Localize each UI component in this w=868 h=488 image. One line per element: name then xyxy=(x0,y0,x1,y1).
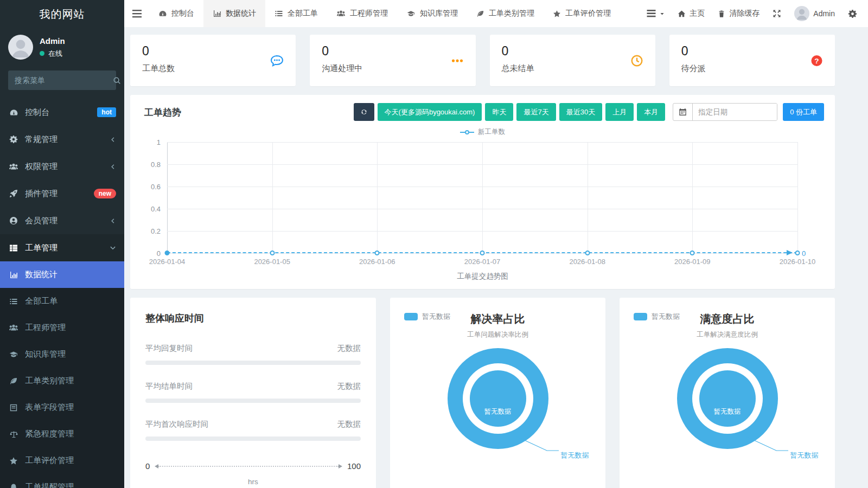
menu-search-input[interactable] xyxy=(15,76,113,85)
tab-all-workorders[interactable]: 全部工单 xyxy=(265,0,327,27)
donut-chart: 暂无数据 xyxy=(448,348,548,449)
sidebar-item-label: 插件管理 xyxy=(25,189,58,199)
hamburger-icon xyxy=(132,10,142,18)
tab-label: 全部工单 xyxy=(288,9,318,18)
sidebar-item-label: 工单评价管理 xyxy=(25,455,74,466)
sidebar-item-reminders[interactable]: 工单提醒管理 xyxy=(0,474,124,488)
chart-legend[interactable]: 新工单数 xyxy=(141,127,824,137)
sidebar-item-workorders[interactable]: 工单管理 xyxy=(0,234,124,261)
home-button[interactable]: 主页 xyxy=(678,9,705,18)
callout-label: 暂无数据 xyxy=(790,451,819,460)
metric-value: 无数据 xyxy=(337,419,361,429)
stat-value: 0 xyxy=(322,44,463,59)
x-tick-label: 2026-01-08 xyxy=(569,258,605,266)
leaf-icon xyxy=(8,377,19,386)
tab-label: 工单类别管理 xyxy=(489,9,534,18)
fullscreen-button[interactable] xyxy=(773,9,781,18)
sidebar-item-form-fields[interactable]: 表单字段管理 xyxy=(0,394,124,421)
tab-ratings[interactable]: 工单评价管理 xyxy=(544,0,620,27)
legend-label: 暂无数据 xyxy=(422,312,450,322)
clear-cache-button[interactable]: 清除缓存 xyxy=(718,9,760,18)
y-tick-label: 0.2 xyxy=(151,227,161,235)
tab-statistics[interactable]: 数据统计 xyxy=(203,0,265,27)
progress-bar xyxy=(145,436,361,441)
nav-menu-dropdown[interactable] xyxy=(647,10,665,17)
users-icon xyxy=(8,162,19,171)
chart-title: 工单趋势 xyxy=(141,103,181,119)
calendar-icon[interactable] xyxy=(673,104,693,120)
sidebar-item-members[interactable]: 会员管理 xyxy=(0,207,124,234)
user-menu[interactable]: Admin xyxy=(794,6,835,21)
graduation-cap-icon xyxy=(8,350,19,359)
stat-label: 沟通处理中 xyxy=(322,63,463,74)
range-7days-button[interactable]: 最近7天 xyxy=(516,103,556,121)
stat-value: 0 xyxy=(142,44,284,59)
workorder-count-button[interactable]: 0 份工单 xyxy=(783,103,824,121)
tab-engineers[interactable]: 工程师管理 xyxy=(327,0,397,27)
scale-unit: hrs xyxy=(145,478,361,486)
x-axis-title: 工单提交趋势图 xyxy=(141,272,824,281)
range-today-button[interactable]: 今天(更多源码bygoukai.com) xyxy=(378,103,482,121)
sidebar-item-ratings[interactable]: 工单评价管理 xyxy=(0,447,124,474)
settings-button[interactable] xyxy=(848,9,857,18)
sidebar-item-statistics[interactable]: 数据统计 xyxy=(0,261,124,288)
workorders-submenu: 数据统计 全部工单 工程师管理 知识库管理 工单类别管理 表单字段管理 xyxy=(0,261,124,488)
hours-scale: 0 100 xyxy=(145,461,361,471)
scale-min: 0 xyxy=(145,461,150,471)
donut-center: 暂无数据 xyxy=(699,370,756,427)
sidebar-item-label: 数据统计 xyxy=(25,269,58,280)
range-this-month-button[interactable]: 本月 xyxy=(637,103,665,121)
sidebar-item-engineers[interactable]: 工程师管理 xyxy=(0,314,124,341)
y-tick-label: 0 xyxy=(157,249,161,258)
scale-left-arrow-icon xyxy=(155,464,158,468)
bell-icon xyxy=(8,483,19,488)
tab-categories[interactable]: 工单类别管理 xyxy=(467,0,544,27)
donut-center-label: 暂无数据 xyxy=(484,407,512,416)
date-input[interactable] xyxy=(693,104,777,120)
sidebar-toggle-button[interactable] xyxy=(124,0,149,27)
range-yesterday-button[interactable]: 昨天 xyxy=(485,103,513,121)
tab-dashboard[interactable]: 控制台 xyxy=(149,0,203,27)
stat-card-processing: 0 沟通处理中 xyxy=(310,35,475,86)
user-panel: Admin 在线 xyxy=(0,28,124,65)
y-tick-label: 0.8 xyxy=(151,160,161,169)
sidebar-item-permissions[interactable]: 权限管理 xyxy=(0,153,124,180)
trend-chart-card: 工单趋势 今天(更多源码bygoukai.com) 昨天 最近7天 最近30天 … xyxy=(130,95,835,289)
bar-chart-icon xyxy=(8,271,19,279)
search-icon[interactable] xyxy=(113,76,121,85)
sidebar-item-dashboard[interactable]: 控制台 hot xyxy=(0,99,124,126)
scale-max: 100 xyxy=(347,461,361,471)
question-circle-icon: ? xyxy=(810,54,823,67)
user-status-label: 在线 xyxy=(48,49,62,59)
range-last-month-button[interactable]: 上月 xyxy=(605,103,634,121)
donut-center-label: 暂无数据 xyxy=(714,407,741,416)
pie-legend[interactable]: 暂无数据 xyxy=(634,312,680,322)
sidebar-item-all-workorders[interactable]: 全部工单 xyxy=(0,288,124,314)
range-30days-button[interactable]: 最近30天 xyxy=(559,103,602,121)
callout-line xyxy=(745,435,790,455)
y-tick-label: 0.6 xyxy=(151,183,161,191)
topbar: 控制台 数据统计 全部工单 工程师管理 知识库管理 工单类别管理 xyxy=(124,0,868,27)
date-picker-group xyxy=(673,103,777,121)
user-circle-icon xyxy=(8,216,19,225)
sidebar-item-categories[interactable]: 工单类别管理 xyxy=(0,368,124,394)
tab-knowledge-base[interactable]: 知识库管理 xyxy=(397,0,467,27)
refresh-button[interactable] xyxy=(354,103,374,121)
expand-icon xyxy=(773,9,781,18)
graduation-cap-icon xyxy=(406,10,416,18)
sidebar-item-label: 权限管理 xyxy=(25,162,58,172)
sidebar-item-knowledge-base[interactable]: 知识库管理 xyxy=(0,341,124,368)
card-title: 整体响应时间 xyxy=(145,312,361,325)
chevron-down-icon xyxy=(110,245,116,251)
callout-label: 暂无数据 xyxy=(561,451,589,460)
legend-label: 暂无数据 xyxy=(652,312,680,322)
page-content: 0 工单总数 0 沟通处理中 0 总未结单 0 xyxy=(124,27,868,488)
pie-subtitle: 工单问题解决率比例 xyxy=(390,330,605,339)
pie-legend[interactable]: 暂无数据 xyxy=(404,312,450,322)
sidebar-item-plugins[interactable]: 插件管理 new xyxy=(0,180,124,207)
sidebar-item-general[interactable]: 常规管理 xyxy=(0,126,124,153)
sidebar-item-urgency[interactable]: 紧急程度管理 xyxy=(0,421,124,447)
callout-line xyxy=(515,435,561,455)
trash-icon xyxy=(718,10,725,18)
stat-label: 总未结单 xyxy=(502,63,643,74)
